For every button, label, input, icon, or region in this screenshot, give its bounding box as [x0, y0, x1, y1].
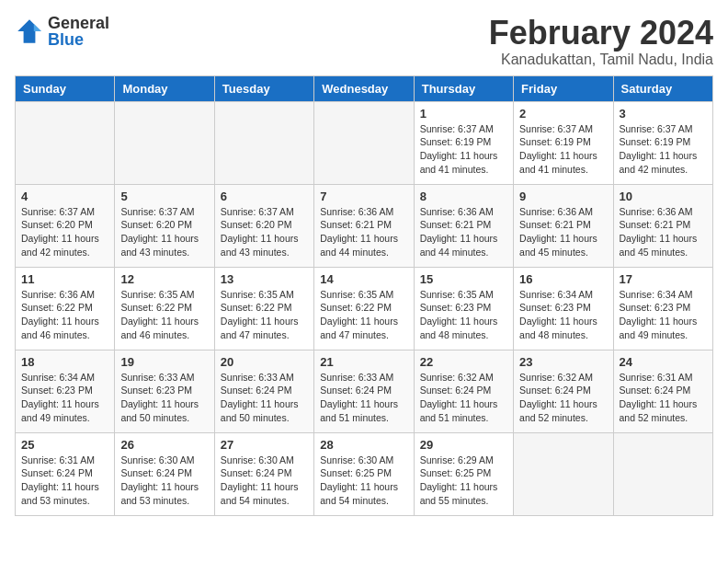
day-number: 23	[519, 355, 607, 369]
calendar-body: 1Sunrise: 6:37 AM Sunset: 6:19 PM Daylig…	[16, 101, 713, 515]
calendar-cell	[613, 432, 712, 515]
day-number: 6	[221, 190, 308, 203]
day-info: Sunrise: 6:34 AM Sunset: 6:23 PM Dayligh…	[519, 288, 607, 342]
calendar-cell	[16, 101, 115, 184]
day-info: Sunrise: 6:37 AM Sunset: 6:20 PM Dayligh…	[221, 205, 308, 259]
calendar-cell	[514, 432, 613, 515]
week-row-0: 1Sunrise: 6:37 AM Sunset: 6:19 PM Daylig…	[16, 101, 713, 184]
logo: General Blue	[15, 15, 109, 48]
week-row-2: 11Sunrise: 6:36 AM Sunset: 6:22 PM Dayli…	[16, 267, 713, 350]
calendar-cell: 17Sunrise: 6:34 AM Sunset: 6:23 PM Dayli…	[613, 267, 712, 350]
calendar-header: SundayMondayTuesdayWednesdayThursdayFrid…	[16, 75, 713, 101]
title-block: February 2024 Kanadukattan, Tamil Nadu, …	[489, 15, 713, 68]
calendar-cell: 11Sunrise: 6:36 AM Sunset: 6:22 PM Dayli…	[16, 267, 115, 350]
day-info: Sunrise: 6:34 AM Sunset: 6:23 PM Dayligh…	[620, 288, 707, 342]
day-info: Sunrise: 6:34 AM Sunset: 6:23 PM Dayligh…	[21, 371, 108, 425]
calendar-subtitle: Kanadukattan, Tamil Nadu, India	[489, 52, 713, 68]
calendar-cell: 16Sunrise: 6:34 AM Sunset: 6:23 PM Dayli…	[514, 267, 613, 350]
day-number: 18	[21, 355, 108, 369]
day-info: Sunrise: 6:36 AM Sunset: 6:21 PM Dayligh…	[420, 205, 507, 259]
day-info: Sunrise: 6:30 AM Sunset: 6:24 PM Dayligh…	[120, 454, 208, 508]
calendar-cell	[115, 101, 214, 184]
day-number: 15	[420, 272, 507, 286]
calendar-cell: 7Sunrise: 6:36 AM Sunset: 6:21 PM Daylig…	[314, 184, 414, 267]
day-number: 3	[620, 107, 707, 121]
day-info: Sunrise: 6:33 AM Sunset: 6:23 PM Dayligh…	[120, 371, 208, 425]
calendar-cell: 8Sunrise: 6:36 AM Sunset: 6:21 PM Daylig…	[414, 184, 513, 267]
calendar-cell: 5Sunrise: 6:37 AM Sunset: 6:20 PM Daylig…	[115, 184, 214, 267]
header-day-wednesday: Wednesday	[314, 75, 414, 101]
calendar-cell: 22Sunrise: 6:32 AM Sunset: 6:24 PM Dayli…	[414, 350, 513, 432]
calendar-cell: 21Sunrise: 6:33 AM Sunset: 6:24 PM Dayli…	[314, 350, 414, 432]
calendar-cell: 3Sunrise: 6:37 AM Sunset: 6:19 PM Daylig…	[613, 101, 712, 184]
day-number: 11	[21, 272, 108, 286]
day-number: 20	[221, 355, 308, 369]
header-day-tuesday: Tuesday	[214, 75, 313, 101]
day-number: 25	[21, 438, 108, 452]
day-number: 24	[620, 355, 707, 369]
day-info: Sunrise: 6:36 AM Sunset: 6:22 PM Dayligh…	[21, 288, 108, 342]
calendar-table: SundayMondayTuesdayWednesdayThursdayFrid…	[15, 75, 713, 516]
calendar-cell: 20Sunrise: 6:33 AM Sunset: 6:24 PM Dayli…	[214, 350, 313, 432]
calendar-cell: 18Sunrise: 6:34 AM Sunset: 6:23 PM Dayli…	[16, 350, 115, 432]
header-day-friday: Friday	[514, 75, 613, 101]
week-row-1: 4Sunrise: 6:37 AM Sunset: 6:20 PM Daylig…	[16, 184, 713, 267]
day-number: 8	[420, 190, 507, 203]
header-row: SundayMondayTuesdayWednesdayThursdayFrid…	[16, 75, 713, 101]
logo-text: General Blue	[48, 15, 109, 48]
day-info: Sunrise: 6:31 AM Sunset: 6:24 PM Dayligh…	[620, 371, 707, 425]
day-info: Sunrise: 6:37 AM Sunset: 6:19 PM Dayligh…	[420, 122, 507, 177]
week-row-3: 18Sunrise: 6:34 AM Sunset: 6:23 PM Dayli…	[16, 350, 713, 432]
day-number: 1	[420, 107, 507, 121]
day-number: 17	[620, 272, 707, 286]
calendar-cell: 25Sunrise: 6:31 AM Sunset: 6:24 PM Dayli…	[16, 432, 115, 515]
calendar-cell: 29Sunrise: 6:29 AM Sunset: 6:25 PM Dayli…	[414, 432, 513, 515]
day-number: 27	[221, 438, 308, 452]
page-header: General Blue February 2024 Kanadukattan,…	[15, 15, 713, 68]
day-info: Sunrise: 6:37 AM Sunset: 6:20 PM Dayligh…	[21, 205, 108, 259]
calendar-cell: 26Sunrise: 6:30 AM Sunset: 6:24 PM Dayli…	[115, 432, 214, 515]
calendar-cell	[214, 101, 313, 184]
calendar-cell	[314, 101, 414, 184]
logo-general-text: General	[48, 15, 109, 31]
header-day-monday: Monday	[115, 75, 214, 101]
day-number: 13	[221, 272, 308, 286]
day-number: 2	[519, 107, 607, 121]
calendar-cell: 10Sunrise: 6:36 AM Sunset: 6:21 PM Dayli…	[613, 184, 712, 267]
day-number: 21	[320, 355, 407, 369]
day-info: Sunrise: 6:33 AM Sunset: 6:24 PM Dayligh…	[320, 371, 407, 425]
logo-icon	[15, 17, 44, 46]
calendar-cell: 13Sunrise: 6:35 AM Sunset: 6:22 PM Dayli…	[214, 267, 313, 350]
day-info: Sunrise: 6:32 AM Sunset: 6:24 PM Dayligh…	[420, 371, 507, 425]
day-info: Sunrise: 6:31 AM Sunset: 6:24 PM Dayligh…	[21, 454, 108, 508]
day-info: Sunrise: 6:36 AM Sunset: 6:21 PM Dayligh…	[519, 205, 607, 259]
calendar-cell: 14Sunrise: 6:35 AM Sunset: 6:22 PM Dayli…	[314, 267, 414, 350]
day-info: Sunrise: 6:37 AM Sunset: 6:19 PM Dayligh…	[620, 122, 707, 177]
day-info: Sunrise: 6:35 AM Sunset: 6:22 PM Dayligh…	[320, 288, 407, 342]
calendar-cell: 6Sunrise: 6:37 AM Sunset: 6:20 PM Daylig…	[214, 184, 313, 267]
day-info: Sunrise: 6:36 AM Sunset: 6:21 PM Dayligh…	[620, 205, 707, 259]
day-number: 5	[120, 190, 208, 203]
header-day-sunday: Sunday	[16, 75, 115, 101]
day-info: Sunrise: 6:35 AM Sunset: 6:22 PM Dayligh…	[120, 288, 208, 342]
calendar-cell: 24Sunrise: 6:31 AM Sunset: 6:24 PM Dayli…	[613, 350, 712, 432]
header-day-thursday: Thursday	[414, 75, 513, 101]
day-info: Sunrise: 6:37 AM Sunset: 6:19 PM Dayligh…	[519, 122, 607, 177]
day-number: 9	[519, 190, 607, 203]
logo-blue-text: Blue	[48, 31, 109, 48]
day-number: 26	[120, 438, 208, 452]
day-info: Sunrise: 6:32 AM Sunset: 6:24 PM Dayligh…	[519, 371, 607, 425]
day-number: 28	[320, 438, 407, 452]
header-day-saturday: Saturday	[613, 75, 712, 101]
calendar-cell: 9Sunrise: 6:36 AM Sunset: 6:21 PM Daylig…	[514, 184, 613, 267]
day-number: 19	[120, 355, 208, 369]
calendar-cell: 28Sunrise: 6:30 AM Sunset: 6:25 PM Dayli…	[314, 432, 414, 515]
day-number: 22	[420, 355, 507, 369]
day-info: Sunrise: 6:37 AM Sunset: 6:20 PM Dayligh…	[120, 205, 208, 259]
day-number: 29	[420, 438, 507, 452]
week-row-4: 25Sunrise: 6:31 AM Sunset: 6:24 PM Dayli…	[16, 432, 713, 515]
calendar-cell: 27Sunrise: 6:30 AM Sunset: 6:24 PM Dayli…	[214, 432, 313, 515]
calendar-cell: 23Sunrise: 6:32 AM Sunset: 6:24 PM Dayli…	[514, 350, 613, 432]
calendar-cell: 4Sunrise: 6:37 AM Sunset: 6:20 PM Daylig…	[16, 184, 115, 267]
day-info: Sunrise: 6:35 AM Sunset: 6:22 PM Dayligh…	[221, 288, 308, 342]
